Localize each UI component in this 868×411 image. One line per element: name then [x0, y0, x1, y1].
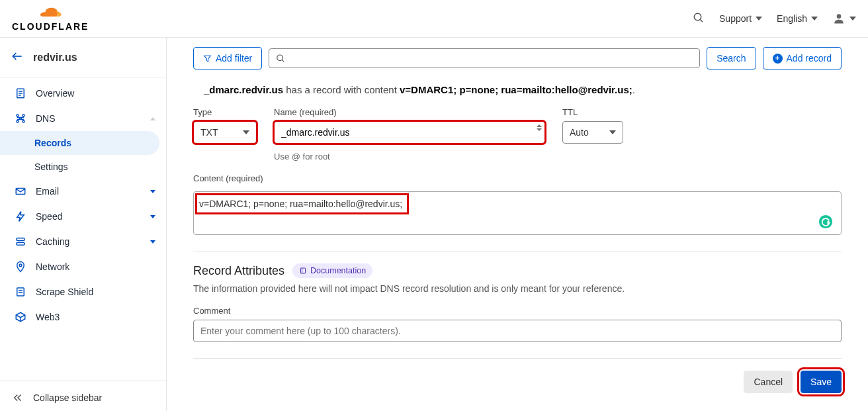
comment-field: Comment	[193, 306, 842, 342]
database-icon	[15, 236, 26, 248]
ttl-value: Auto	[570, 127, 589, 138]
collapse-sidebar[interactable]: Collapse sidebar	[0, 381, 166, 411]
bolt-icon	[15, 210, 26, 222]
nav: Overview DNS Records Settings Email Spee…	[0, 78, 166, 381]
add-record-button[interactable]: + Add record	[763, 47, 842, 69]
svg-line-24	[282, 60, 284, 62]
chevron-down-icon	[243, 130, 249, 134]
nav-email[interactable]: Email	[0, 179, 166, 204]
shield-icon	[15, 286, 26, 298]
nav-dns-records[interactable]: Records	[0, 131, 159, 155]
location-icon	[15, 261, 26, 273]
svg-point-9	[22, 114, 24, 116]
type-label: Type	[193, 107, 257, 117]
svg-point-16	[19, 264, 22, 267]
svg-point-2	[837, 14, 842, 19]
support-menu[interactable]: Support	[719, 13, 762, 24]
documentation-link[interactable]: Documentation	[292, 263, 372, 278]
name-helper: Use @ for root	[274, 152, 545, 161]
filter-icon	[203, 54, 212, 63]
svg-rect-14	[17, 238, 24, 241]
cube-icon	[15, 311, 26, 323]
nav-web3[interactable]: Web3	[0, 304, 166, 330]
record-attributes-header: Record Attributes Documentation	[193, 263, 842, 278]
add-record-label: Add record	[787, 53, 832, 64]
cancel-button[interactable]: Cancel	[744, 371, 793, 393]
svg-point-0	[694, 13, 701, 21]
type-value: TXT	[200, 127, 218, 138]
comment-label: Comment	[193, 306, 842, 316]
ttl-field: TTL Auto	[562, 107, 623, 161]
chevron-down-icon	[811, 17, 818, 21]
info-end: .	[632, 84, 635, 95]
add-filter-button[interactable]: Add filter	[193, 47, 262, 69]
back-arrow-icon[interactable]	[11, 50, 24, 66]
nav-label: Web3	[36, 312, 155, 322]
logo-text: CLOUDFLARE	[12, 21, 89, 32]
domain-header: redvir.us	[0, 38, 166, 78]
content-field: Content (required) v=DMARC1; p=none; rua…	[193, 173, 842, 235]
nav-scrape-shield[interactable]: Scrape Shield	[0, 279, 166, 304]
record-info-line: _dmarc.redvir.us has a record with conte…	[204, 84, 842, 95]
language-label: English	[777, 13, 807, 24]
top-right-nav: Support English	[693, 12, 856, 26]
plus-icon: +	[773, 54, 783, 64]
comment-input-wrapper[interactable]	[193, 320, 842, 342]
nav-overview[interactable]: Overview	[0, 81, 166, 106]
nav-label: Caching	[36, 236, 141, 247]
divider	[193, 358, 842, 359]
svg-line-1	[700, 19, 703, 22]
logo[interactable]: CLOUDFLARE	[12, 5, 89, 32]
nav-network[interactable]: Network	[0, 254, 166, 279]
search-button[interactable]: Search	[707, 47, 756, 69]
nav-dns[interactable]: DNS	[0, 106, 166, 131]
email-icon	[15, 185, 26, 197]
nav-speed[interactable]: Speed	[0, 204, 166, 229]
nav-label: Settings	[34, 161, 155, 172]
type-field: Type TXT	[193, 107, 257, 161]
type-select[interactable]: TXT	[193, 121, 257, 144]
save-label: Save	[810, 377, 832, 387]
domain-name: redvir.us	[33, 52, 77, 64]
info-host: _dmarc.redvir.us	[204, 84, 283, 95]
add-filter-label: Add filter	[216, 53, 252, 64]
nav-label: Speed	[36, 211, 141, 222]
svg-marker-22	[204, 56, 211, 62]
number-stepper[interactable]	[537, 124, 542, 131]
chevron-down-icon	[150, 215, 155, 218]
name-input-wrapper[interactable]	[274, 121, 545, 144]
save-highlight: Save	[801, 371, 842, 393]
nav-label: Scrape Shield	[36, 287, 155, 297]
ttl-select[interactable]: Auto	[562, 121, 623, 144]
user-menu[interactable]	[832, 12, 856, 25]
sidebar: redvir.us Overview DNS Records Settings …	[0, 38, 167, 411]
svg-rect-15	[17, 243, 24, 246]
records-search-input[interactable]	[286, 53, 693, 64]
chevron-down-icon	[849, 17, 856, 21]
nav-label: Overview	[36, 88, 155, 99]
nav-caching[interactable]: Caching	[0, 229, 166, 254]
language-menu[interactable]: English	[777, 13, 818, 24]
nav-label: DNS	[36, 113, 141, 124]
collapse-icon	[12, 392, 24, 404]
svg-point-23	[277, 55, 283, 61]
save-button[interactable]: Save	[801, 371, 842, 393]
info-content: v=DMARC1; p=none; rua=mailto:hello@redvi…	[400, 84, 632, 95]
svg-point-8	[17, 114, 19, 116]
comment-input[interactable]	[200, 326, 834, 336]
search-icon[interactable]	[693, 12, 705, 26]
grammarly-icon[interactable]	[818, 214, 833, 229]
cancel-label: Cancel	[754, 377, 783, 387]
nav-dns-settings[interactable]: Settings	[0, 155, 166, 179]
nav-label: Records	[34, 138, 149, 148]
nav-label: Email	[36, 186, 141, 197]
content-textarea[interactable]: v=DMARC1; p=none; rua=mailto:hello@redvi…	[193, 191, 842, 235]
name-input[interactable]	[281, 127, 538, 138]
dns-icon	[15, 113, 26, 124]
records-search-box[interactable]	[269, 48, 700, 68]
divider	[193, 251, 842, 251]
search-icon	[276, 54, 286, 64]
name-field: Name (required) Use @ for root	[274, 107, 545, 161]
name-label: Name (required)	[274, 107, 545, 117]
chevron-down-icon	[609, 130, 616, 134]
